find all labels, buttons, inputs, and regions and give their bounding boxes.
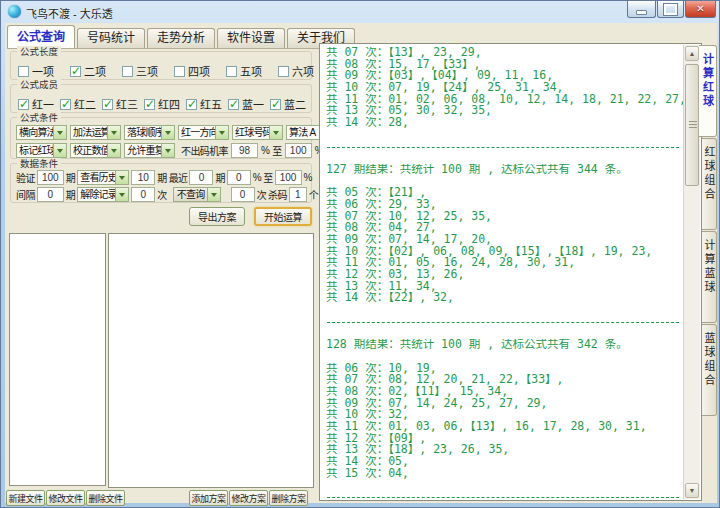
result-line: 共 10 次：32, — [326, 409, 684, 421]
side-tab[interactable]: 红球组合 — [702, 138, 717, 230]
result-line — [326, 152, 684, 164]
checkbox-icon[interactable] — [102, 99, 113, 110]
checkbox-label: 红二 — [74, 96, 96, 112]
checkbox-icon[interactable] — [60, 99, 71, 110]
checkbox-icon[interactable] — [270, 99, 281, 110]
export-plan-button[interactable]: 导出方案 — [189, 207, 245, 226]
kill-label: 杀码 — [268, 187, 287, 202]
checkbox-icon[interactable] — [144, 99, 155, 110]
plan-button[interactable]: 添加方案 — [189, 490, 228, 506]
maximize-button[interactable] — [657, 1, 684, 18]
result-line: 共 09 次：07, 14, 24, 25, 27, 29, — [326, 398, 684, 410]
side-tab[interactable]: 计算红球 — [699, 45, 717, 137]
interval-input[interactable] — [37, 187, 64, 202]
checkbox-label: 红三 — [116, 96, 138, 112]
start-calculation-button[interactable]: 开始运算 — [254, 207, 312, 226]
result-line — [326, 316, 684, 328]
result-line — [326, 351, 684, 363]
group-data-conditions: 数据条件 验证 期 查看历史 期 最近 期 % 至 % — [10, 163, 312, 203]
member-option[interactable]: 红四 — [144, 96, 180, 112]
checkbox-icon[interactable] — [186, 99, 197, 110]
main-tab[interactable]: 号码统计 — [77, 28, 145, 48]
scrollbar-thumb[interactable] — [685, 64, 699, 186]
checkbox-icon[interactable] — [18, 99, 29, 110]
result-line: 共 14 次：28, — [326, 117, 684, 129]
condition-dropdown[interactable]: 红球号码 — [232, 125, 283, 140]
file-button-row: 新建文件 修改文件 删除文件 — [6, 490, 126, 506]
group-title: 公式成员 — [17, 79, 61, 90]
checkbox-icon[interactable] — [18, 66, 29, 77]
scroll-up-icon[interactable]: ▲ — [685, 46, 699, 61]
checkbox-label: 红四 — [158, 96, 180, 112]
side-tab[interactable]: 蓝球组合 — [702, 324, 717, 416]
group-title: 数据条件 — [17, 158, 61, 169]
percent-from-input[interactable] — [227, 170, 251, 185]
formula-file-list[interactable] — [9, 233, 106, 486]
minimize-button[interactable] — [627, 1, 656, 18]
length-option[interactable]: 五项 — [226, 63, 262, 79]
results-scrollbar[interactable]: ▲ ▼ — [683, 45, 700, 499]
release-record-dropdown[interactable]: 解除记录 — [77, 187, 129, 202]
release-input[interactable] — [131, 187, 155, 202]
side-tab[interactable]: 计算蓝球 — [702, 231, 717, 323]
plan-button[interactable]: 修改方案 — [229, 490, 268, 506]
condition-dropdown[interactable]: 加法运算 — [70, 125, 121, 140]
percent-to-input[interactable] — [275, 170, 302, 185]
miss-rate-to-input[interactable] — [285, 143, 312, 158]
length-option[interactable]: 六项 — [278, 63, 314, 79]
verify-input[interactable] — [37, 170, 64, 185]
member-option[interactable]: 蓝二 — [270, 96, 306, 112]
result-line: 共 12 次：03, 13, 26, — [326, 269, 684, 281]
formula-plan-list[interactable] — [108, 233, 314, 488]
query-mode-dropdown[interactable]: 不查询 — [173, 187, 221, 202]
main-tab[interactable]: 软件设置 — [217, 28, 285, 48]
close-button[interactable]: ✕ — [685, 1, 716, 18]
recent-input[interactable] — [189, 170, 213, 185]
member-option[interactable]: 红三 — [102, 96, 138, 112]
checkbox-icon[interactable] — [122, 66, 133, 77]
condition-dropdown[interactable]: 落球顺序 — [124, 125, 175, 140]
length-option[interactable]: 三项 — [122, 63, 158, 79]
query-times-input[interactable] — [231, 187, 255, 202]
checkbox-icon[interactable] — [70, 66, 81, 77]
length-option[interactable]: 四项 — [174, 63, 210, 79]
checkbox-icon[interactable] — [278, 66, 289, 77]
main-tab[interactable]: 走势分析 — [147, 28, 215, 48]
app-window: 飞鸟不渡 - 大乐透 ✕ 公式查询 号码统计 走势分析 软件设置 关于我们 公式… — [0, 0, 720, 508]
condition-dropdown[interactable]: 红一方向 — [178, 125, 229, 140]
member-option[interactable]: 蓝一 — [228, 96, 264, 112]
history-input[interactable] — [131, 170, 155, 185]
history-dropdown[interactable]: 查看历史 — [77, 170, 129, 185]
checkbox-icon[interactable] — [226, 66, 237, 77]
checkbox-icon[interactable] — [174, 66, 185, 77]
result-line: 共 13 次：11, 34, — [326, 281, 684, 293]
main-tab[interactable]: 公式查询 — [7, 25, 75, 48]
percent-label: % — [261, 145, 269, 156]
member-option[interactable]: 红一 — [18, 96, 54, 112]
plan-button[interactable]: 删除方案 — [269, 490, 308, 506]
chevron-down-icon — [115, 188, 128, 201]
interval-label: 间隔 — [16, 187, 35, 202]
length-option[interactable]: 一项 — [18, 63, 54, 79]
file-button[interactable]: 删除文件 — [86, 490, 125, 506]
condition-dropdown[interactable]: 允许重复 — [124, 143, 175, 158]
times-label: 次 — [157, 187, 166, 202]
file-button[interactable]: 修改文件 — [46, 490, 85, 506]
scroll-down-icon[interactable]: ▼ — [685, 483, 699, 498]
miss-rate-from-input[interactable] — [231, 143, 258, 158]
thumb-grip-icon — [689, 121, 697, 129]
minimize-icon — [636, 10, 647, 15]
condition-dropdown[interactable]: 横向算法 — [16, 125, 67, 140]
verify-label: 验证 — [16, 170, 35, 185]
kill-input[interactable] — [289, 187, 307, 202]
member-option[interactable]: 红二 — [60, 96, 96, 112]
group-formula-length: 公式长度 一项 二项 三项 — [10, 51, 312, 80]
length-option[interactable]: 二项 — [70, 63, 106, 79]
condition-dropdown[interactable]: 校正数值 — [70, 143, 121, 158]
file-button[interactable]: 新建文件 — [6, 490, 45, 506]
checkbox-icon[interactable] — [228, 99, 239, 110]
result-line: 共 11 次：01, 03, 06,【13】, 16, 17, 28, 30, … — [326, 421, 684, 433]
condition-dropdown[interactable]: 标记红球 — [16, 143, 67, 158]
result-line: 共 06 次：29, 33, — [326, 199, 684, 211]
member-option[interactable]: 红五 — [186, 96, 222, 112]
